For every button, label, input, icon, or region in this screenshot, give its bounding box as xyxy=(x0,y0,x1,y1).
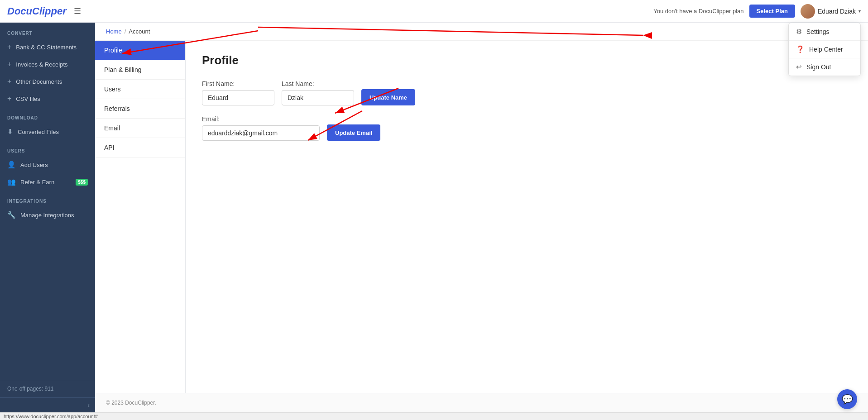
avatar-image xyxy=(801,4,815,19)
sidebar-item-bank-cc[interactable]: + Bank & CC Statements xyxy=(0,38,95,56)
sign-out-label: Sign Out xyxy=(806,63,831,71)
main-layout: CONVERT + Bank & CC Statements + Invoice… xyxy=(0,23,868,412)
users-nav-label: Users xyxy=(104,86,121,93)
logo: DocuClipper xyxy=(7,5,67,17)
account-nav-profile[interactable]: Profile xyxy=(95,41,185,60)
sidebar-item-label: Add Users xyxy=(20,162,48,168)
chat-button[interactable]: 💬 xyxy=(837,389,857,409)
sidebar: CONVERT + Bank & CC Statements + Invoice… xyxy=(0,23,95,412)
first-name-label: First Name: xyxy=(202,80,274,87)
status-bar: https://www.docuclipper.com/app/account# xyxy=(0,412,868,420)
chat-icon: 💬 xyxy=(842,394,853,405)
content-area: Home / Account Profile Plan & Billing Us… xyxy=(95,23,868,412)
profile-nav-label: Profile xyxy=(104,47,122,54)
profile-content: Profile First Name: Last Name: Update Na… xyxy=(186,41,868,393)
user-name: Eduard Dziak xyxy=(818,8,856,15)
first-name-input[interactable] xyxy=(202,90,274,105)
breadcrumb: Home / Account xyxy=(95,23,868,41)
email-form-row: Email: Update Email xyxy=(202,115,852,141)
account-nav-referrals[interactable]: Referrals xyxy=(95,99,185,119)
sidebar-item-invoices[interactable]: + Invoices & Receipts xyxy=(0,56,95,73)
sidebar-item-label: Invoices & Receipts xyxy=(16,61,67,68)
breadcrumb-home[interactable]: Home xyxy=(106,28,122,35)
refer-badge: $$$ xyxy=(76,179,88,186)
avatar xyxy=(801,4,815,19)
dropdown-sign-out[interactable]: ↩ Sign Out xyxy=(789,58,860,76)
section-label-users: USERS xyxy=(0,140,95,156)
referrals-nav-label: Referrals xyxy=(104,105,130,112)
email-label: Email: xyxy=(202,115,320,123)
section-label-download: DOWNLOAD xyxy=(0,107,95,123)
sidebar-item-add-users[interactable]: 👤 Add Users xyxy=(0,156,95,173)
email-input[interactable] xyxy=(202,125,320,141)
plus-icon: + xyxy=(7,77,11,86)
update-name-button[interactable]: Update Name xyxy=(361,89,415,105)
last-name-group: Last Name: xyxy=(282,80,354,105)
help-center-label: Help Center xyxy=(809,46,843,53)
breadcrumb-account: Account xyxy=(129,28,150,35)
sidebar-item-label: Manage Integrations xyxy=(20,212,74,219)
sidebar-item-refer-earn[interactable]: 👥 Refer & Earn $$$ xyxy=(0,173,95,191)
one-off-pages: One-off pages: 911 xyxy=(0,380,95,397)
account-nav-api[interactable]: API xyxy=(95,138,185,158)
inner-layout: Profile Plan & Billing Users Referrals E… xyxy=(95,41,868,393)
footer: © 2023 DocuClipper. xyxy=(95,393,868,412)
top-header: DocuClipper ☰ You don't have a DocuClipp… xyxy=(0,0,868,23)
plan-billing-nav-label: Plan & Billing xyxy=(104,66,142,73)
svg-line-1 xyxy=(186,41,258,53)
users-icon: 👥 xyxy=(7,178,16,186)
section-label-convert: CONVERT xyxy=(0,23,95,38)
header-right: You don't have a DocuClipper plan Select… xyxy=(653,4,861,19)
last-name-input[interactable] xyxy=(282,90,354,105)
no-plan-text: You don't have a DocuClipper plan xyxy=(653,8,743,14)
help-icon: ❓ xyxy=(796,45,805,53)
sidebar-item-label: Converted Files xyxy=(18,129,59,135)
account-nav-users[interactable]: Users xyxy=(95,80,185,99)
sidebar-item-converted-files[interactable]: ⬇ Converted Files xyxy=(0,123,95,140)
sidebar-item-label: Refer & Earn xyxy=(20,179,54,186)
email-group: Email: xyxy=(202,115,320,141)
download-icon: ⬇ xyxy=(7,128,13,136)
user-dropdown-menu: ⚙ Settings ❓ Help Center ↩ Sign Out xyxy=(788,23,861,76)
sidebar-item-label: Other Documents xyxy=(16,78,62,85)
last-name-label: Last Name: xyxy=(282,80,354,87)
header-left: DocuClipper ☰ xyxy=(7,5,81,17)
sidebar-item-manage-integrations[interactable]: 🔧 Manage Integrations xyxy=(0,206,95,224)
sidebar-item-other-docs[interactable]: + Other Documents xyxy=(0,73,95,90)
chevron-down-icon: ▾ xyxy=(858,9,861,14)
account-nav-plan-billing[interactable]: Plan & Billing xyxy=(95,60,185,80)
sidebar-item-csv-files[interactable]: + CSV files xyxy=(0,90,95,107)
sidebar-item-label: CSV files xyxy=(16,95,40,102)
breadcrumb-separator: / xyxy=(125,28,126,35)
sign-out-icon: ↩ xyxy=(796,63,802,71)
page-title: Profile xyxy=(202,53,852,67)
sidebar-collapse: ‹ xyxy=(0,397,95,412)
user-icon: 👤 xyxy=(7,161,16,169)
select-plan-button[interactable]: Select Plan xyxy=(749,5,795,18)
user-menu[interactable]: Eduard Dziak ▾ xyxy=(801,4,861,19)
api-nav-label: API xyxy=(104,144,115,151)
section-label-integrations: INTEGRATIONS xyxy=(0,191,95,206)
account-nav-email[interactable]: Email xyxy=(95,119,185,138)
settings-icon: ⚙ xyxy=(796,28,802,36)
update-email-button[interactable]: Update Email xyxy=(327,124,380,141)
plus-icon: + xyxy=(7,95,11,103)
dropdown-help-center[interactable]: ❓ Help Center xyxy=(789,41,860,58)
sidebar-item-label: Bank & CC Statements xyxy=(16,44,77,51)
wrench-icon: 🔧 xyxy=(7,211,16,219)
account-sidebar: Profile Plan & Billing Users Referrals E… xyxy=(95,41,186,393)
dropdown-settings[interactable]: ⚙ Settings xyxy=(789,23,860,41)
email-nav-label: Email xyxy=(104,124,120,132)
settings-label: Settings xyxy=(806,28,830,35)
collapse-icon[interactable]: ‹ xyxy=(87,401,90,409)
first-name-group: First Name: xyxy=(202,80,274,105)
hamburger-icon[interactable]: ☰ xyxy=(74,6,81,16)
plus-icon: + xyxy=(7,43,11,51)
plus-icon: + xyxy=(7,60,11,68)
name-form-row: First Name: Last Name: Update Name xyxy=(202,80,852,105)
